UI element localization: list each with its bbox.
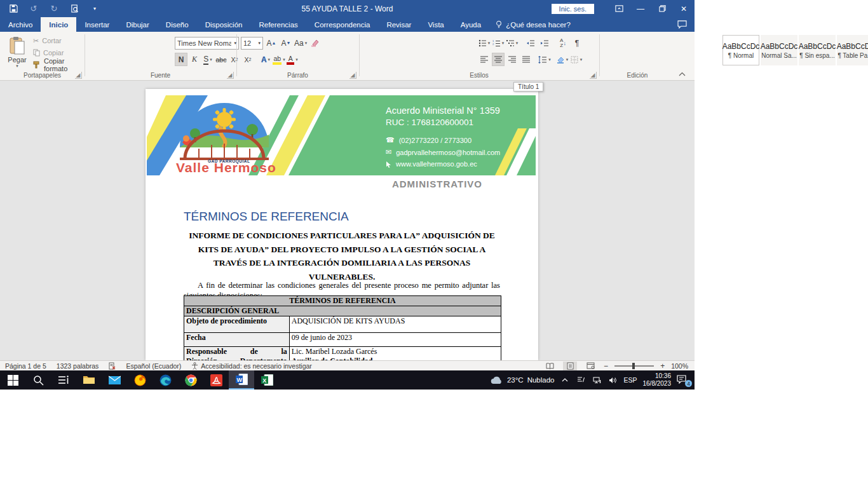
tab-ayuda[interactable]: Ayuda <box>452 17 489 32</box>
read-mode-icon[interactable] <box>543 362 557 370</box>
format-painter-button[interactable]: Copiar formato <box>33 60 85 70</box>
clock-time: 10:36 <box>643 372 672 381</box>
close-button[interactable]: ✕ <box>673 0 695 17</box>
tab-archivo[interactable]: Archivo <box>0 17 41 32</box>
web-layout-icon[interactable] <box>583 362 597 370</box>
group-label-parrafo: Párrafo <box>236 72 359 79</box>
file-explorer-icon[interactable] <box>76 370 102 390</box>
tab-insertar[interactable]: Insertar <box>76 17 118 32</box>
print-preview-icon[interactable] <box>69 3 80 15</box>
windows-ink-icon[interactable] <box>576 376 586 384</box>
font-name-combo[interactable]: Times New Roma ▾ <box>175 37 239 50</box>
paragraph-dialog-launcher[interactable]: ◢ <box>349 72 356 79</box>
svg-text:X: X <box>262 377 266 384</box>
italic-button[interactable]: K <box>188 53 201 66</box>
sign-in-button[interactable]: Inic. ses. <box>552 4 594 14</box>
notification-badge: 4 <box>685 380 692 387</box>
tab-inicio[interactable]: Inicio <box>41 17 76 32</box>
table-row: TÉRMINOS DE REFERENCIA <box>184 296 501 306</box>
style-table-pa[interactable]: AaBbCcDc ¶ Table Pa... <box>837 35 868 65</box>
group-fuente: Times New Roma ▾ 12 ▾ A▲ A▼ Aa▾ N K S▾ a… <box>85 32 236 80</box>
copy-button[interactable]: Copiar <box>33 48 85 58</box>
firefox-icon[interactable] <box>127 370 153 390</box>
tab-disposicion[interactable]: Disposición <box>197 17 251 32</box>
group-label-portapapeles: Portapapeles <box>0 72 85 79</box>
cut-button[interactable]: ✂ Cortar <box>33 36 85 46</box>
restore-button[interactable] <box>651 0 673 17</box>
copy-icon <box>33 49 40 57</box>
clock[interactable]: 10:36 16/8/2023 <box>643 372 672 388</box>
word-icon[interactable]: W <box>229 370 254 390</box>
save-icon[interactable] <box>8 3 19 15</box>
row-value: ADQUISICIÓN DE KITS AYUDAS <box>289 316 501 333</box>
zoom-in-button[interactable]: + <box>660 362 665 370</box>
language-tray[interactable]: ESP <box>623 376 637 384</box>
doc-heading: TÉRMINOS DE REFERENCIA <box>184 210 349 224</box>
acrobat-icon[interactable] <box>203 370 229 390</box>
minimize-button[interactable]: — <box>630 0 651 17</box>
lightbulb-icon <box>496 20 502 29</box>
collapse-ribbon-icon[interactable] <box>679 72 686 76</box>
paste-button[interactable]: Pegar ▾ <box>4 35 30 74</box>
phone-icon: ☎ <box>386 136 395 144</box>
qat-customize-icon[interactable]: ▾ <box>89 3 100 15</box>
print-layout-icon[interactable] <box>563 362 577 370</box>
tab-correspondencia[interactable]: Correspondencia <box>306 17 379 32</box>
mail-icon-taskbar[interactable] <box>102 370 127 390</box>
style-normal[interactable]: AaBbCcDc ¶ Normal <box>722 35 759 65</box>
zoom-level[interactable]: 100% <box>671 362 688 370</box>
underline-button[interactable]: S▾ <box>201 53 214 66</box>
taskbar-search-icon[interactable] <box>25 370 51 390</box>
document-area[interactable]: Título 1 <box>0 81 695 360</box>
row-value: 09 de junio de 2023 <box>289 333 501 347</box>
strikethrough-button[interactable]: abc <box>215 53 227 66</box>
table-section: DESCRIPCIÓN GENERAL <box>184 306 501 316</box>
ribbon-display-options-icon[interactable] <box>608 0 630 17</box>
language-indicator[interactable]: Español (Ecuador) <box>121 362 186 370</box>
tab-revisar[interactable]: Revisar <box>378 17 419 32</box>
excel-icon[interactable]: X <box>254 370 280 390</box>
weather-text: Nublado <box>527 376 555 384</box>
weather-widget[interactable]: 23°C Nublado <box>491 376 555 384</box>
style-normal-sa[interactable]: AaBbCcDc Normal Sa... <box>761 35 797 65</box>
tray-chevron-icon[interactable] <box>560 378 570 382</box>
style-sin-espaciado[interactable]: AaBbCcDc ¶ Sin espa... <box>799 35 836 65</box>
tab-dibujar[interactable]: Dibujar <box>118 17 157 32</box>
notification-center-icon[interactable]: 4 <box>677 375 689 385</box>
font-dialog-launcher[interactable]: ◢ <box>227 72 234 79</box>
tab-vista[interactable]: Vista <box>419 17 452 32</box>
banner-acuerdo: Acuerdo Ministerial N° 1359 <box>386 105 500 116</box>
proofing-error-icon[interactable] <box>104 362 121 370</box>
document-page[interactable]: GAD PARROQUIAL Valle Hermoso Acuerdo Min… <box>146 89 538 360</box>
scissors-icon: ✂ <box>33 37 39 45</box>
paste-dropdown-icon[interactable]: ▾ <box>4 64 30 69</box>
redo-icon[interactable]: ↻ <box>48 3 60 15</box>
edge-icon[interactable] <box>153 370 178 390</box>
undo-icon[interactable]: ↺ <box>28 3 39 15</box>
tab-diseno[interactable]: Diseño <box>158 17 197 32</box>
banner-contact-block: Acuerdo Ministerial N° 1359 RUC : 176812… <box>386 105 500 172</box>
zoom-slider-thumb[interactable] <box>632 363 635 369</box>
bold-button[interactable]: N <box>175 53 187 66</box>
page-indicator[interactable]: Página 1 de 5 <box>0 362 51 370</box>
comment-icon[interactable] <box>677 20 687 29</box>
row-value: Lic. Maribel Lozada Garcés Auxiliar de C… <box>289 347 501 361</box>
banner-phone: (02)2773220 / 2773300 <box>399 137 471 144</box>
format-painter-icon <box>33 61 41 69</box>
styles-dialog-launcher[interactable]: ◢ <box>590 72 597 79</box>
network-icon[interactable] <box>592 377 602 384</box>
chrome-icon[interactable] <box>178 370 203 390</box>
logo-title: Valle Hermoso <box>176 160 297 175</box>
banner-email: gadprvallehermoso@hotmail.com <box>396 149 500 156</box>
zoom-out-button[interactable]: − <box>604 362 608 370</box>
task-view-icon[interactable] <box>51 370 76 390</box>
tab-referencias[interactable]: Referencias <box>250 17 306 32</box>
word-count[interactable]: 1323 palabras <box>51 362 104 370</box>
accessibility-status[interactable]: Accesibilidad: es necesario investigar <box>186 362 317 370</box>
volume-icon[interactable] <box>607 377 618 384</box>
start-button[interactable] <box>0 370 25 390</box>
tell-me-box[interactable]: ¿Qué desea hacer? <box>489 17 577 32</box>
clipboard-dialog-launcher[interactable]: ◢ <box>75 72 82 79</box>
zoom-slider[interactable] <box>614 365 654 367</box>
banner-ruc: RUC : 1768120600001 <box>386 118 500 127</box>
